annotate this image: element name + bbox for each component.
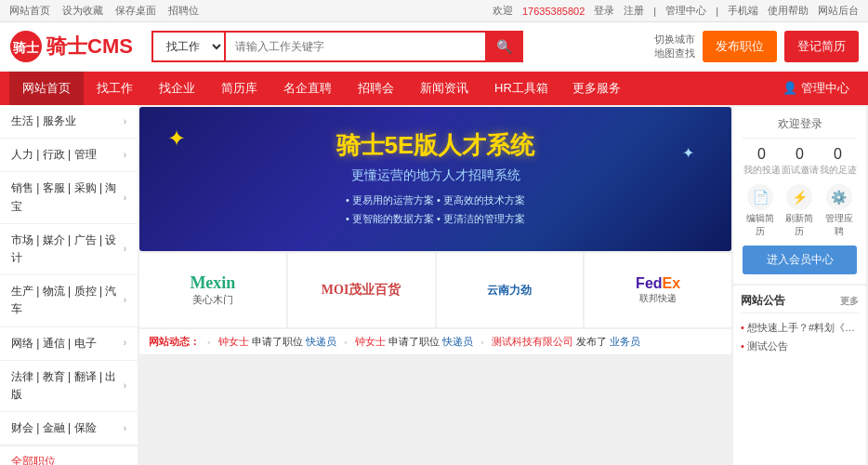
nav-item-hr[interactable]: HR工具箱 xyxy=(481,72,561,105)
star-decoration2: ✦ xyxy=(682,144,694,162)
footprint-label: 我的足迹 xyxy=(820,165,857,175)
ticker-item-3[interactable]: 测试科技有限公司 发布了 业务员 xyxy=(492,335,640,349)
interviews-count: 0 xyxy=(782,146,819,163)
announce-item-2[interactable]: 测试公告 xyxy=(741,338,859,356)
edit-resume-icon: 📄 xyxy=(747,184,773,210)
stat-footprint: 0 我的足迹 xyxy=(820,146,857,177)
ticker-item-1[interactable]: 钟女士 申请了职位 快递员 xyxy=(218,335,336,349)
sidebar-item-life[interactable]: 生活 | 服务业 › xyxy=(0,105,138,139)
login-stats: 0 我的投递 0 面试邀请 0 我的足迹 xyxy=(743,146,857,177)
register-resume-button[interactable]: 登记简历 xyxy=(784,31,859,62)
sidebar-item-all[interactable]: 全部职位 xyxy=(0,445,138,465)
arrow-icon: › xyxy=(124,336,126,351)
announcement-box: 网站公告 更多 想快速上手？#料划《5E版帮助手... 测试公告 xyxy=(733,286,866,465)
partner-mexin[interactable]: Mexin 美心木门 xyxy=(139,253,286,327)
top-bar-right: 欢迎 17635385802 登录 注册 | 管理中心 | 手机端 使用帮助 网… xyxy=(493,4,859,18)
edit-resume-btn[interactable]: 📄 编辑简历 xyxy=(743,184,778,238)
banner-content: 骑士5E版人才系统 更懂运营的地方人才招聘系统 • 更易用的运营方案 • 更高效… xyxy=(336,129,535,229)
fedex-name: 联邦快递 xyxy=(636,292,680,305)
search-area: 找工作 🔍 xyxy=(151,31,523,62)
stat-interviews: 0 面试邀请 xyxy=(782,146,819,177)
nav-favorite[interactable]: 设为收藏 xyxy=(62,5,103,16)
announce-title: 网站公告 更多 xyxy=(741,293,859,313)
svg-text:骑士: 骑士 xyxy=(12,40,40,55)
main-banner[interactable]: ✦ ✦ 骑士5E版人才系统 更懂运营的地方人才招聘系统 • 更易用的运营方案 •… xyxy=(139,107,731,251)
help-link[interactable]: 使用帮助 xyxy=(768,4,809,18)
arrow-icon: › xyxy=(124,242,126,257)
mobile-link[interactable]: 手机端 xyxy=(728,4,758,18)
location-line2: 地图查找 xyxy=(654,46,695,60)
refresh-resume-icon: ⚡ xyxy=(786,184,812,210)
sidebar-item-finance[interactable]: 财会 | 金融 | 保险 › xyxy=(0,412,138,445)
arrow-icon: › xyxy=(124,379,126,393)
header-right: 切换城市 地图查找 发布职位 登记简历 xyxy=(654,31,859,62)
mexin-name: 美心木门 xyxy=(190,293,235,307)
admin-link[interactable]: 管理中心 xyxy=(665,4,706,18)
banner-title: 骑士5E版人才系统 xyxy=(336,129,535,162)
partner-moi[interactable]: MOI茂业百货 xyxy=(288,253,435,327)
site-admin-link[interactable]: 网站后台 xyxy=(818,4,859,18)
nav-admin-center[interactable]: 👤 管理中心 xyxy=(773,80,859,97)
nav-item-resume[interactable]: 简历库 xyxy=(208,72,270,105)
center-area: ✦ ✦ 骑士5E版人才系统 更懂运营的地方人才招聘系统 • 更易用的运营方案 •… xyxy=(138,105,733,465)
nav-item-famous[interactable]: 名企直聘 xyxy=(270,72,345,105)
welcome-text: 欢迎 xyxy=(493,4,513,18)
right-panel: 欢迎登录 0 我的投递 0 面试邀请 0 我的足迹 📄 编辑简历 xyxy=(733,105,868,465)
ticker-label: 网站动态： xyxy=(149,335,200,349)
nav-item-find-company[interactable]: 找企业 xyxy=(146,72,208,105)
nav-save-desktop[interactable]: 保存桌面 xyxy=(115,5,156,16)
banner-points1: • 更易用的运营方案 • 更高效的技术方案 xyxy=(336,192,535,210)
ticker-item-2[interactable]: 钟女士 申请了职位 快递员 xyxy=(355,335,473,349)
location-line1: 切换城市 xyxy=(654,33,695,46)
search-button[interactable]: 🔍 xyxy=(485,31,523,62)
sidebar-item-market[interactable]: 市场 | 媒介 | 广告 | 设计 › xyxy=(0,224,138,275)
main-content: 生活 | 服务业 › 人力 | 行政 | 管理 › 销售 | 客服 | 采购 |… xyxy=(0,105,868,465)
star-decoration: ✦ xyxy=(167,126,186,152)
nav-home[interactable]: 网站首页 xyxy=(9,5,50,16)
partner-fedex[interactable]: FedEx 联邦快递 xyxy=(585,253,731,327)
login-link[interactable]: 登录 xyxy=(594,4,614,18)
manage-resume-btn[interactable]: ⚙️ 管理应聘 xyxy=(822,184,857,238)
partner-yunan[interactable]: 云南力劲 xyxy=(437,253,584,327)
nav-item-find-job[interactable]: 找工作 xyxy=(84,72,146,105)
nav-item-fair[interactable]: 招聘会 xyxy=(345,72,407,105)
footprint-count: 0 xyxy=(820,146,857,163)
sidebar-item-sales[interactable]: 销售 | 客服 | 采购 | 淘宝 › xyxy=(0,172,138,223)
manage-resume-icon: ⚙️ xyxy=(826,184,852,210)
sidebar-item-legal[interactable]: 法律 | 教育 | 翻译 | 出版 › xyxy=(0,361,138,412)
nav-item-home[interactable]: 网站首页 xyxy=(9,72,84,105)
deliveries-count: 0 xyxy=(743,146,781,163)
search-select[interactable]: 找工作 xyxy=(151,31,226,62)
refresh-resume-btn[interactable]: ⚡ 刷新简历 xyxy=(782,184,817,238)
enter-center-button[interactable]: 进入会员中心 xyxy=(743,246,857,274)
logo[interactable]: 骑士 骑士CMS xyxy=(9,30,133,63)
arrow-icon: › xyxy=(124,191,126,206)
main-nav: 网站首页 找工作 找企业 简历库 名企直聘 招聘会 新闻资讯 HR工具箱 更多服… xyxy=(0,72,868,105)
search-input[interactable] xyxy=(226,31,485,62)
arrow-icon: › xyxy=(124,293,126,308)
nav-more-services[interactable]: 更多服务 xyxy=(561,72,632,105)
resume-actions: 📄 编辑简历 ⚡ 刷新简历 ⚙️ 管理应聘 xyxy=(743,184,857,238)
location-info[interactable]: 切换城市 地图查找 xyxy=(654,33,695,61)
post-job-button[interactable]: 发布职位 xyxy=(703,31,777,62)
banner-subtitle: 更懂运营的地方人才招聘系统 xyxy=(336,167,535,184)
sidebar-item-network[interactable]: 网络 | 通信 | 电子 › xyxy=(0,327,138,361)
nav-recruit[interactable]: 招聘位 xyxy=(168,5,199,16)
sidebar: 生活 | 服务业 › 人力 | 行政 | 管理 › 销售 | 客服 | 采购 |… xyxy=(0,105,138,465)
announce-item-1[interactable]: 想快速上手？#料划《5E版帮助手... xyxy=(741,319,859,338)
announce-more-link[interactable]: 更多 xyxy=(840,295,859,308)
header: 骑士 骑士CMS 找工作 🔍 切换城市 地图查找 发布职位 登记简历 xyxy=(0,22,868,72)
top-bar-left: 网站首页 设为收藏 保存桌面 招聘位 xyxy=(9,4,208,18)
phone-link[interactable]: 17635385802 xyxy=(522,6,585,17)
separator: | xyxy=(653,6,656,17)
news-ticker: 网站动态： • 钟女士 申请了职位 快递员 • 钟女士 申请了职位 快递员 • … xyxy=(139,329,731,354)
register-link[interactable]: 注册 xyxy=(624,4,644,18)
logo-icon: 骑士 xyxy=(9,30,43,63)
banner-points2: • 更智能的数据方案 • 更清洁的管理方案 xyxy=(336,210,535,229)
nav-item-news[interactable]: 新闻资讯 xyxy=(407,72,481,105)
arrow-icon: › xyxy=(124,148,126,163)
sidebar-item-production[interactable]: 生产 | 物流 | 质控 | 汽车 › xyxy=(0,275,138,326)
sidebar-item-hr[interactable]: 人力 | 行政 | 管理 › xyxy=(0,139,138,172)
interviews-label: 面试邀请 xyxy=(782,165,819,175)
arrow-icon: › xyxy=(124,114,126,129)
